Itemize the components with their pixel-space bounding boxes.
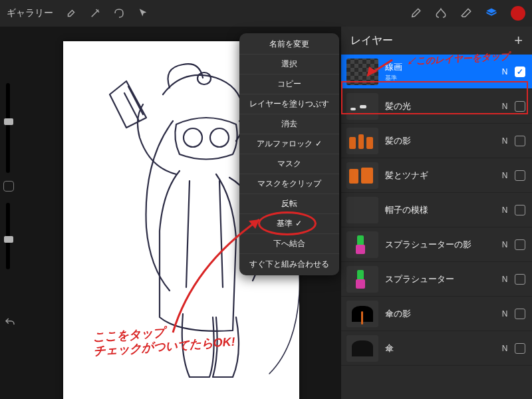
visibility-checkbox[interactable] (515, 309, 525, 319)
ctx-item[interactable]: 下へ結合 (239, 234, 339, 254)
ctx-item[interactable]: 基準 ✓ (239, 214, 339, 234)
pointer-icon[interactable] (137, 7, 149, 19)
layer-row[interactable]: スプラシューターN (341, 262, 532, 297)
ctx-item[interactable]: マスク (239, 154, 339, 174)
ctx-item[interactable]: アルファロック ✓ (239, 134, 339, 154)
wand-icon[interactable] (89, 7, 101, 19)
layer-row[interactable]: スプラシューターの影N (341, 227, 532, 262)
layer-row[interactable]: 帽子の模様N (341, 193, 532, 227)
layer-name: 髪とツナギ (385, 170, 499, 182)
layer-thumb (346, 93, 378, 120)
blend-mode[interactable]: N (499, 344, 511, 353)
brush-size-knob[interactable] (4, 118, 13, 125)
layer-name: スプラシューターの影 (385, 239, 499, 251)
layer-row[interactable]: 髪とツナギN (341, 158, 532, 193)
blend-mode[interactable]: N (499, 275, 511, 284)
visibility-checkbox[interactable] (515, 136, 525, 146)
layer-thumb (346, 266, 378, 293)
add-layer-button[interactable]: + (514, 32, 523, 49)
ctx-item[interactable]: 選択 (239, 55, 339, 74)
blend-mode[interactable]: N (499, 102, 511, 111)
visibility-checkbox[interactable] (515, 239, 525, 250)
layers-panel: レイヤー + 線画基準N髪の光N髪の影N髪とツナギN帽子の模様Nスプラシューター… (341, 27, 532, 399)
brush-icon[interactable] (410, 7, 422, 19)
layers-header: レイヤー + (341, 27, 532, 55)
layers-title: レイヤー (350, 34, 393, 48)
visibility-checkbox[interactable] (515, 274, 525, 285)
layer-sub: 基準 (385, 74, 499, 82)
blend-mode[interactable]: N (499, 205, 511, 215)
left-rail (0, 53, 20, 399)
gallery-button[interactable]: ギャラリー (7, 7, 53, 19)
layer-name: 傘の影 (385, 308, 499, 320)
visibility-checkbox[interactable] (515, 205, 525, 215)
svg-point-2 (210, 128, 229, 147)
layer-thumb (346, 335, 378, 362)
layer-row[interactable]: 線画基準N (341, 55, 532, 89)
layer-row[interactable]: 髪の光N (341, 89, 532, 124)
visibility-checkbox[interactable] (515, 170, 525, 181)
layer-row[interactable]: 髪の影N (341, 124, 532, 158)
wrench-icon[interactable] (65, 7, 77, 19)
layer-thumb (346, 162, 378, 189)
layer-thumb (346, 197, 378, 223)
layer-name: 帽子の模様 (385, 204, 499, 216)
layer-thumb (346, 59, 378, 85)
ctx-item[interactable]: 反転 (239, 194, 339, 214)
svg-point-1 (184, 128, 202, 147)
top-toolbar: ギャラリー (0, 0, 532, 27)
blend-mode[interactable]: N (499, 136, 511, 146)
blend-mode[interactable]: N (499, 309, 511, 319)
layer-context-menu: 名前を変更選択コピーレイヤーを塗りつぶす消去アルファロック ✓マスクマスクをクリ… (239, 33, 339, 275)
eraser-icon[interactable] (460, 7, 472, 19)
layer-name: 傘 (385, 342, 499, 354)
ctx-item[interactable]: コピー (239, 74, 339, 94)
visibility-checkbox[interactable] (515, 343, 525, 354)
layer-thumb (346, 231, 378, 258)
layer-thumb (346, 301, 378, 327)
layer-name: スプラシューター (385, 273, 499, 285)
ctx-item[interactable]: マスクをクリップ (239, 174, 339, 194)
ctx-item[interactable]: 消去 (239, 114, 339, 134)
ctx-item[interactable]: 名前を変更 (239, 35, 339, 55)
layers-icon[interactable] (485, 7, 497, 19)
visibility-checkbox[interactable] (515, 66, 525, 77)
select-icon[interactable] (113, 7, 125, 19)
modifier-button[interactable] (3, 181, 14, 192)
layer-thumb (346, 128, 378, 154)
layer-name: 髪の光 (385, 100, 499, 112)
ctx-item[interactable]: レイヤーを塗りつぶす (239, 94, 339, 114)
svg-point-0 (198, 72, 211, 84)
color-picker[interactable] (511, 6, 525, 21)
blend-mode[interactable]: N (499, 240, 511, 249)
opacity-knob[interactable] (4, 236, 13, 243)
layer-row[interactable]: 傘の影N (341, 297, 532, 331)
layer-name: 線画 (385, 61, 499, 73)
ctx-item[interactable]: すぐ下と組み合わせる (239, 254, 339, 274)
blend-mode[interactable]: N (499, 67, 511, 76)
layers-list[interactable]: 線画基準N髪の光N髪の影N髪とツナギN帽子の模様Nスプラシューターの影Nスプラシ… (341, 55, 532, 399)
visibility-checkbox[interactable] (515, 101, 525, 112)
blend-mode[interactable]: N (499, 171, 511, 180)
layer-name: 髪の影 (385, 135, 499, 147)
smudge-icon[interactable] (435, 7, 447, 19)
layer-row[interactable]: 傘N (341, 331, 532, 366)
brush-size-track[interactable] (6, 83, 10, 173)
undo-icon[interactable] (4, 317, 16, 329)
